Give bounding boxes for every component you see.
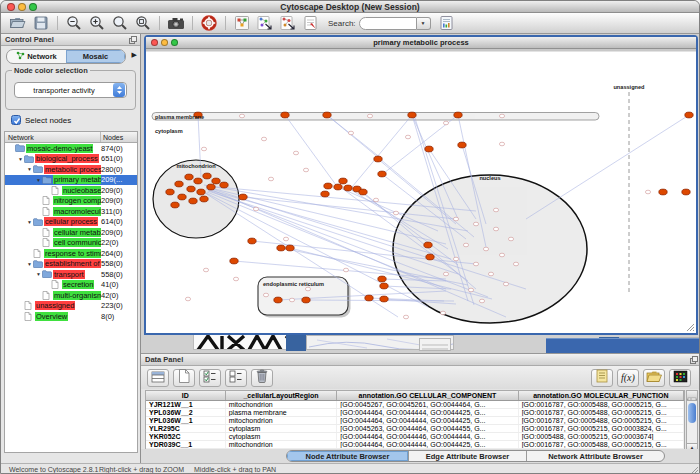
tab-node-attribute-browser[interactable]: Node Attribute Browser [287, 451, 409, 461]
table-cell[interactable]: [GO:0045267, GO:0045261, GO:0044464, G..… [337, 401, 518, 408]
tab-overflow-button[interactable]: ▶ [132, 51, 137, 59]
apply-layout-icon[interactable] [255, 14, 274, 32]
tree-row[interactable]: ▼biological_process651(0) [5, 154, 137, 165]
network-view-titlebar[interactable]: primary metabolic process [146, 37, 696, 49]
attribute-matrix-button[interactable] [669, 369, 691, 387]
tree-row[interactable]: multi-organism pro42(0) [5, 290, 137, 301]
tree-row[interactable]: secretion41(0) [5, 280, 137, 291]
table-row[interactable]: YLR295Ccytoplasm[GO:0045263, GO:0044464,… [146, 425, 684, 433]
table-cell[interactable]: [GO:0016787, GO:0005488, GO:0005215, G..… [519, 409, 684, 416]
table-row[interactable]: YPL036W__2plasma membrane[GO:0044464, GO… [146, 409, 684, 417]
table-row[interactable]: YPL036W__1mitochondrion[GO:0044464, GO:0… [146, 417, 684, 425]
column-header[interactable]: annotation.GO MOLECULAR_FUNCTION [519, 391, 684, 400]
tree-node-label[interactable]: secretion [62, 280, 94, 289]
table-cell[interactable]: [GO:0044464, GO:0044444, GO:0044425, G..… [337, 409, 518, 416]
column-options-button[interactable] [686, 390, 698, 400]
select-attributes-button[interactable] [199, 369, 221, 387]
formula-builder-button[interactable]: f(x) [617, 369, 639, 387]
table-cell[interactable]: YDR039C__1 [146, 441, 226, 448]
tree-row[interactable]: ▼primary metabolic209(... [5, 175, 137, 186]
unselect-attributes-button[interactable] [225, 369, 247, 387]
table-cell[interactable]: mitochondrion [226, 417, 338, 424]
tree-row[interactable]: nitrogen compo209(0) [5, 196, 137, 207]
table-cell[interactable]: [GO:0044464, GO:0044444, GO:0044425, G..… [337, 441, 518, 448]
tree-node-label[interactable]: metabolic process [44, 165, 101, 174]
close-button[interactable] [7, 3, 15, 11]
table-cell[interactable]: [GO:0016787, GO:0005488, GO:0005215, G..… [519, 401, 684, 408]
report-icon[interactable] [437, 14, 456, 32]
tree-node-label[interactable]: nitrogen compo [53, 196, 101, 205]
save-session-icon[interactable] [31, 14, 50, 32]
tree-expander-icon[interactable]: ▼ [26, 166, 33, 172]
zoom-out-icon[interactable] [64, 14, 83, 32]
view-minimize-button[interactable] [161, 39, 168, 46]
tree-row[interactable]: nucleobase-con209(0) [5, 185, 137, 196]
tree-expander-icon[interactable]: ▼ [35, 177, 42, 183]
view-close-button[interactable] [151, 39, 158, 46]
scrollbar-thumb[interactable] [688, 403, 696, 423]
table-cell[interactable]: YKR052C [146, 433, 226, 440]
tree-node-label[interactable]: macromolecule [53, 207, 101, 216]
tree-row[interactable]: unassigned223(0) [5, 301, 137, 312]
network-canvas[interactable]: plasma membranecytoplasmmitochondrionnuc… [146, 49, 696, 333]
table-cell[interactable]: [GO:0044464, GO:0044444, GO:0044425, G..… [337, 417, 518, 424]
annotation-icon[interactable] [301, 14, 320, 32]
column-header[interactable]: ID [146, 391, 226, 400]
tree-node-label[interactable]: cellular process [44, 217, 98, 226]
table-cell[interactable]: cytoplasm [226, 433, 338, 440]
view-zoom-button[interactable] [171, 39, 178, 46]
table-cell[interactable]: YLR295C [146, 425, 226, 432]
open-folder-icon[interactable] [8, 14, 27, 32]
zoom-fit-icon[interactable] [110, 14, 129, 32]
tree-expander-icon[interactable]: ▼ [35, 271, 42, 277]
table-cell[interactable]: [GO:0045263, GO:0044464, GO:0044455, G..… [337, 425, 518, 432]
tab-network[interactable]: Network [7, 50, 66, 63]
table-row[interactable]: YJR121W__1mitochondrion[GO:0045267, GO:0… [146, 401, 684, 409]
search-input[interactable] [359, 17, 417, 30]
minimize-button[interactable] [18, 3, 26, 11]
table-cell[interactable]: [GO:0016787, GO:0005488, GO:0005215, G..… [519, 417, 684, 424]
column-header[interactable]: annotation.GO CELLULAR_COMPONENT [337, 391, 518, 400]
tree-node-label[interactable]: cell communicat [53, 238, 101, 247]
tree-header-nodes[interactable]: Nodes [101, 132, 137, 142]
zoom-in-icon[interactable] [87, 14, 106, 32]
table-cell[interactable]: mitochondrion [226, 401, 338, 408]
network-overview-icon[interactable] [232, 14, 251, 32]
table-cell[interactable]: mitochondrion [226, 441, 338, 448]
app-resize-grip-icon[interactable] [690, 466, 699, 474]
select-nodes-checkbox[interactable] [11, 115, 21, 125]
tree-node-label[interactable]: transport [53, 270, 85, 279]
table-cell[interactable]: [GO:0044464, GO:0044446, GO:0044444, G..… [337, 433, 518, 440]
table-cell[interactable]: [GO:0016787, GO:0005215, GO:0003824, G..… [519, 425, 684, 432]
tree-row[interactable]: macromolecule311(0) [5, 206, 137, 217]
tab-edge-attribute-browser[interactable]: Edge Attribute Browser [409, 451, 527, 461]
table-cell[interactable]: YPL036W__1 [146, 417, 226, 424]
table-cell[interactable]: YJR121W__1 [146, 401, 226, 408]
window-resize-grip-icon[interactable] [686, 323, 695, 332]
tab-network-attribute-browser[interactable]: Network Attribute Browser [527, 451, 664, 461]
zoom-button[interactable] [29, 3, 37, 11]
new-attribute-button[interactable] [173, 369, 195, 387]
tree-header[interactable]: Network Nodes [5, 132, 137, 143]
tree-expander-icon[interactable]: ▼ [26, 219, 33, 225]
tree-row[interactable]: ▼metabolic process280(0) [5, 164, 137, 175]
tree-row[interactable]: ▼establishment of lo558(0) [5, 259, 137, 270]
tree-node-label[interactable]: cellular metabo [53, 228, 101, 237]
tree-node-label[interactable]: nucleobase-con [62, 186, 101, 195]
tree-row[interactable]: cell communicat22(0) [5, 238, 137, 249]
tree-row[interactable]: mosaic-demo-yeast874(0) [5, 143, 137, 154]
snapshot-camera-icon[interactable] [166, 14, 185, 32]
node-color-dropdown[interactable]: transporter activity [14, 82, 127, 98]
tree-node-label[interactable]: mosaic-demo-yeast [26, 144, 93, 153]
tree-row[interactable]: cellular metabo209(0) [5, 227, 137, 238]
select-all-rows-button[interactable] [147, 369, 169, 387]
table-cell[interactable]: [GO:0016787, GO:0005488, GO:0005215, G..… [519, 441, 684, 448]
zoom-selected-icon[interactable] [133, 14, 152, 32]
tree-node-label[interactable]: unassigned [35, 301, 75, 310]
search-options-dropdown-icon[interactable]: ▼ [417, 17, 431, 30]
float-panel-icon[interactable] [129, 36, 137, 48]
tree-row[interactable]: Overview8(0) [5, 311, 137, 322]
tree-node-label[interactable]: primary metabolic [53, 175, 101, 184]
tree-row[interactable]: response to stimulu264(0) [5, 248, 137, 259]
tree-node-label[interactable]: response to stimulu [44, 249, 101, 258]
